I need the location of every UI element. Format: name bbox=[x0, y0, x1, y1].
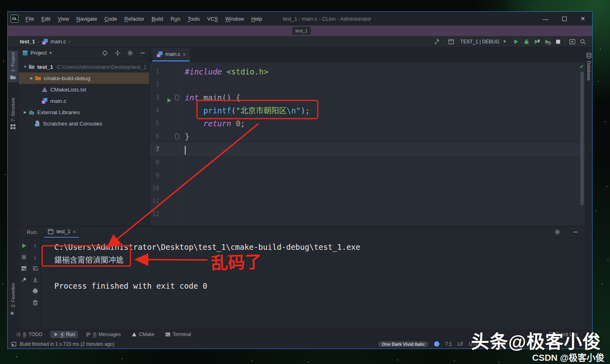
event-log-button[interactable]: Event Log bbox=[548, 332, 578, 337]
menu-edit[interactable]: Edit bbox=[38, 16, 54, 22]
search-everywhere-icon[interactable] bbox=[579, 38, 586, 45]
build-hammer-icon[interactable] bbox=[433, 38, 441, 45]
tool-stripe----structure[interactable]: 7: Structure bbox=[8, 96, 18, 132]
settings-gear-icon[interactable] bbox=[126, 49, 133, 56]
breadcrumb-separator: › bbox=[38, 39, 39, 45]
tree-expand-icon[interactable]: ▶ bbox=[22, 110, 28, 114]
settings-gear-icon[interactable] bbox=[554, 229, 561, 236]
console-printer-icon[interactable] bbox=[32, 287, 39, 294]
locate-file-icon[interactable] bbox=[101, 49, 108, 56]
console-output[interactable]: C:\Users\Administrator\Desktop\test_1\cm… bbox=[41, 238, 585, 330]
code-line-11[interactable]: 11 bbox=[150, 195, 585, 208]
project-panel-title[interactable]: Project bbox=[30, 50, 47, 56]
run-configuration-selector[interactable]: TEST_1 | DEBUG ▼ bbox=[458, 38, 509, 45]
profiler-button[interactable] bbox=[544, 38, 551, 45]
console-scrollend-icon[interactable] bbox=[32, 276, 39, 283]
menu-view[interactable]: View bbox=[54, 16, 73, 22]
left-tool-stripe: 1: Project7: Structure2: Favorites★ bbox=[8, 47, 19, 330]
console-trash-icon[interactable] bbox=[32, 299, 39, 306]
console-softwrap-icon[interactable] bbox=[32, 265, 39, 272]
tool-window-button-6-todo[interactable]: 6: TODO bbox=[13, 331, 45, 338]
tree-item-cmakelists-txt[interactable]: CMakeLists.txt bbox=[19, 84, 149, 95]
stop-button[interactable] bbox=[554, 38, 562, 45]
tool-window-button-cmake[interactable]: CMake bbox=[128, 331, 157, 338]
menu-navigate[interactable]: Navigate bbox=[73, 16, 101, 22]
editor-area: c main.c × 1#include <stdio.h>23int main… bbox=[150, 47, 585, 226]
editor-body[interactable]: 1#include <stdio.h>23int main() {4 print… bbox=[150, 62, 585, 226]
tree-expand-icon[interactable]: ▼ bbox=[22, 65, 28, 69]
menu-run[interactable]: Run bbox=[167, 16, 184, 22]
close-tab-icon[interactable]: × bbox=[73, 229, 76, 235]
file-encoding[interactable]: UTF-8 bbox=[469, 341, 483, 347]
code-line-9[interactable]: 9 bbox=[150, 169, 585, 182]
hide-panel-icon[interactable] bbox=[139, 49, 146, 56]
caret-position[interactable]: 7:1 bbox=[445, 341, 452, 347]
breadcrumb-file[interactable]: main.c bbox=[51, 38, 66, 45]
editor-scrollbar[interactable] bbox=[580, 72, 584, 205]
run-play-green-icon[interactable] bbox=[21, 242, 28, 249]
run-anything-icon[interactable] bbox=[569, 38, 576, 45]
menu-file[interactable]: File bbox=[22, 16, 38, 22]
code-line-12[interactable]: 12 bbox=[150, 208, 585, 221]
console-arrow-down-icon[interactable]: ↓ bbox=[32, 253, 39, 260]
menu-help[interactable]: Help bbox=[248, 16, 266, 22]
tree-item-scratches-and-consoles[interactable]: Scratches and Consoles bbox=[19, 118, 149, 129]
gutter-run-icon[interactable] bbox=[166, 94, 172, 101]
close-tab-icon[interactable]: × bbox=[183, 51, 186, 57]
coverage-button[interactable] bbox=[533, 38, 541, 45]
code-line-8[interactable]: 8 bbox=[150, 156, 585, 169]
minimize-button[interactable]: — bbox=[536, 12, 555, 26]
menu-build[interactable]: Build bbox=[148, 16, 167, 22]
debug-button[interactable] bbox=[523, 38, 530, 45]
tool-stripe----project[interactable]: 1: Project bbox=[8, 51, 18, 82]
taskbar-tab[interactable]: test_1 bbox=[292, 27, 311, 35]
fold-marker-icon[interactable] bbox=[175, 95, 179, 100]
maximize-button[interactable] bbox=[555, 12, 574, 26]
folder-excluded-icon bbox=[35, 75, 41, 81]
fold-marker-icon[interactable] bbox=[175, 134, 179, 139]
menu-tools[interactable]: Tools bbox=[184, 16, 203, 22]
tool-stripe-label: 2: Favorites bbox=[11, 283, 15, 307]
right-tool-stripe: Database bbox=[585, 47, 592, 330]
code-line-10[interactable]: 10 bbox=[150, 182, 585, 195]
menu-vcs[interactable]: VCS bbox=[203, 16, 222, 22]
tree-item-cmake-build-debug[interactable]: ▶cmake-build-debug bbox=[19, 72, 149, 84]
toolbar-divider bbox=[444, 38, 444, 45]
editor-tab-main-c[interactable]: c main.c × bbox=[152, 48, 190, 62]
color-scheme-badge[interactable]: One Dark Vivid Italic bbox=[378, 341, 428, 347]
tree-expand-icon[interactable]: ▶ bbox=[28, 76, 35, 80]
menu-code[interactable]: Code bbox=[101, 16, 121, 22]
code-line-3[interactable]: 3int main() { bbox=[150, 91, 585, 104]
chevron-down-icon[interactable]: ▼ bbox=[49, 51, 52, 55]
menu-window[interactable]: Window bbox=[222, 16, 248, 22]
code-line-1[interactable]: 1#include <stdio.h> bbox=[150, 65, 585, 78]
code-line-7[interactable]: 7 bbox=[150, 143, 585, 156]
run-button[interactable] bbox=[512, 38, 520, 45]
code-line-4[interactable]: 4 printf("北京市朝阳区\n"); bbox=[150, 104, 585, 117]
line-ending[interactable]: LF bbox=[458, 341, 463, 347]
run-tab-test-1[interactable]: test_1 × bbox=[44, 226, 79, 238]
inspection-ok-icon[interactable]: ✔ bbox=[580, 64, 584, 70]
tool-window-button-0-messages[interactable]: 0: Messages bbox=[83, 331, 124, 338]
code-line-5[interactable]: 5 return 0; bbox=[150, 117, 585, 130]
tool-stripe-database[interactable]: Database bbox=[586, 51, 592, 82]
tree-item-external-libraries[interactable]: ▶External Libraries bbox=[19, 106, 149, 118]
breadcrumb-project[interactable]: test_1 bbox=[20, 38, 35, 45]
close-button[interactable]: × bbox=[574, 12, 592, 26]
run-stop-dim-icon[interactable] bbox=[21, 253, 28, 260]
tool-stripe----favorites[interactable]: 2: Favorites★ bbox=[8, 281, 18, 317]
tool-window-button-terminal[interactable]: Terminal bbox=[162, 331, 194, 338]
run-pin-icon[interactable] bbox=[21, 276, 28, 283]
star bbox=[308, 362, 309, 362]
code-line-6[interactable]: 6} bbox=[150, 130, 585, 143]
code-line-2[interactable]: 2 bbox=[150, 78, 585, 91]
hide-panel-icon[interactable] bbox=[572, 229, 579, 236]
tool-window-switcher-icon[interactable] bbox=[11, 341, 17, 347]
console-arrow-up-icon[interactable]: ↑ bbox=[32, 242, 39, 249]
run-layout-icon[interactable] bbox=[21, 265, 28, 272]
menu-refactor[interactable]: Refactor bbox=[121, 16, 148, 22]
tool-window-button-4-run[interactable]: 4: Run bbox=[50, 331, 78, 338]
collapse-all-icon[interactable] bbox=[114, 49, 121, 56]
tree-item-main-c[interactable]: cmain.c bbox=[19, 95, 149, 106]
tree-item-test-1[interactable]: ▼test_1C:\Users\Administrator\Desktop\te… bbox=[19, 61, 149, 72]
